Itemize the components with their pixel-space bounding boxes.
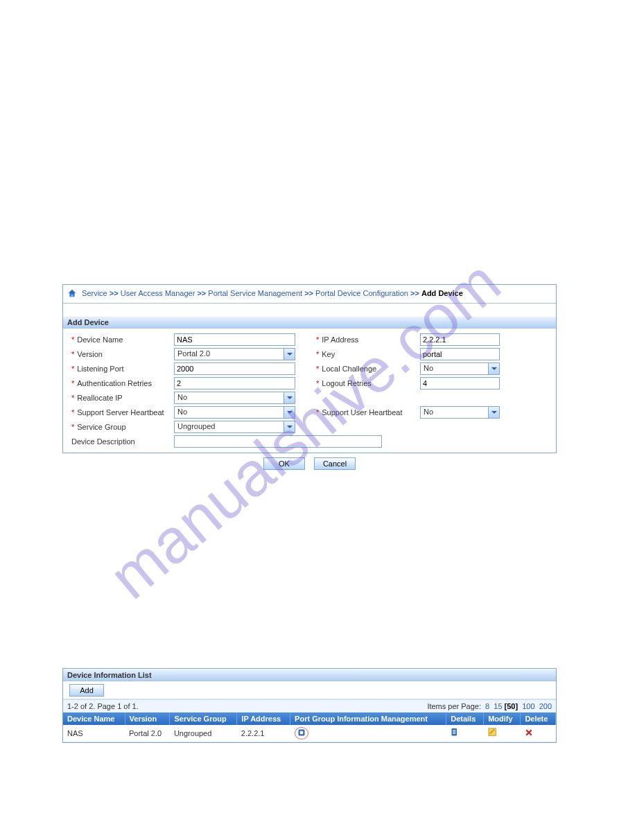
- cell-version: Portal 2.0: [125, 725, 170, 742]
- cancel-button[interactable]: Cancel: [314, 457, 356, 470]
- bc-active: Add Device: [421, 289, 463, 297]
- ipp-100[interactable]: 100: [522, 702, 534, 710]
- required-asterisk: *: [316, 408, 319, 417]
- cell-device-name: NAS: [63, 725, 125, 742]
- svg-rect-3: [453, 730, 456, 730]
- required-asterisk: *: [71, 379, 74, 387]
- lbl-service-group: Service Group: [77, 423, 125, 431]
- modify-icon[interactable]: [484, 725, 521, 742]
- bc-service[interactable]: Service: [82, 289, 107, 297]
- ipp-15[interactable]: 15: [494, 702, 502, 710]
- device-list-panel: Device Information List Add 1-2 of 2. Pa…: [62, 668, 557, 743]
- chevron-down-icon: [284, 392, 295, 403]
- bc-psm[interactable]: Portal Service Management: [208, 289, 302, 297]
- lbl-device-name: Device Name: [77, 335, 123, 344]
- listening-port-input[interactable]: [174, 362, 295, 375]
- delete-icon[interactable]: [521, 725, 556, 742]
- reallocate-ip-value: No: [175, 392, 284, 403]
- section-title: Add Device: [63, 316, 556, 329]
- form-body: *Device Name *IP Address *Version Portal…: [63, 329, 556, 453]
- required-asterisk: *: [71, 394, 74, 402]
- bc-sep: >>: [304, 289, 313, 297]
- lbl-logout-retries: Logout Retries: [322, 379, 372, 387]
- bc-uam[interactable]: User Access Manager: [121, 289, 195, 297]
- required-asterisk: *: [71, 408, 74, 417]
- button-bar: OK Cancel: [62, 453, 557, 474]
- service-group-select[interactable]: Ungrouped: [174, 421, 295, 433]
- required-asterisk: *: [316, 379, 319, 387]
- required-asterisk: *: [316, 335, 319, 344]
- ipp-200[interactable]: 200: [539, 702, 552, 710]
- pager-ipp-label: Items per Page:: [427, 702, 481, 710]
- lbl-version: Version: [77, 350, 103, 358]
- lbl-listening-port: Listening Port: [77, 365, 123, 373]
- cell-ip-address: 2.2.2.1: [237, 725, 290, 742]
- add-button[interactable]: Add: [69, 684, 104, 697]
- ipp-50: [50]: [505, 702, 518, 710]
- lbl-local-challenge: Local Challenge: [322, 365, 376, 373]
- device-table: Device Name Version Service Group IP Add…: [63, 712, 556, 742]
- support-server-hb-value: No: [175, 407, 284, 418]
- bc-pdc[interactable]: Portal Device Configuration: [315, 289, 408, 297]
- svg-rect-1: [299, 731, 303, 735]
- lbl-ip-address: IP Address: [322, 335, 358, 344]
- lbl-support-server-hb: Support Server Heartbeat: [77, 408, 164, 417]
- pager-range: 1-2 of 2. Page 1 of 1.: [67, 702, 427, 710]
- pager-bar: 1-2 of 2. Page 1 of 1. Items per Page: 8…: [63, 699, 556, 712]
- col-device-name[interactable]: Device Name: [63, 712, 125, 725]
- lbl-auth-retries: Authentication Retries: [77, 379, 152, 387]
- local-challenge-select[interactable]: No: [420, 362, 500, 375]
- key-input[interactable]: [420, 348, 500, 360]
- list-title: Device Information List: [63, 669, 556, 681]
- ok-button[interactable]: OK: [263, 457, 305, 470]
- reallocate-ip-select[interactable]: No: [174, 392, 295, 404]
- table-row: NAS Portal 2.0 Ungrouped 2.2.2.1: [63, 725, 556, 742]
- ipp-8[interactable]: 8: [485, 702, 489, 710]
- bc-sep: >>: [197, 289, 206, 297]
- lbl-reallocate-ip: Reallocate IP: [77, 394, 122, 402]
- home-icon: [67, 288, 77, 299]
- support-user-hb-value: No: [421, 407, 488, 418]
- lbl-device-description: Device Description: [71, 437, 135, 446]
- chevron-down-icon: [488, 363, 499, 374]
- breadcrumb: Service >> User Access Manager >> Portal…: [63, 285, 556, 304]
- version-select[interactable]: Portal 2.0: [174, 348, 295, 360]
- port-group-icon[interactable]: [295, 727, 308, 740]
- device-name-input[interactable]: [174, 333, 295, 346]
- chevron-down-icon: [284, 407, 295, 418]
- bc-sep: >>: [110, 289, 119, 297]
- required-asterisk: *: [316, 350, 319, 358]
- bc-sep: >>: [410, 289, 419, 297]
- required-asterisk: *: [71, 423, 74, 431]
- col-version[interactable]: Version: [125, 712, 170, 725]
- col-pgim[interactable]: Port Group Information Management: [290, 712, 446, 725]
- local-challenge-value: No: [421, 363, 488, 374]
- col-service-group[interactable]: Service Group: [170, 712, 237, 725]
- lbl-key: Key: [322, 350, 335, 358]
- col-modify[interactable]: Modify: [484, 712, 521, 725]
- add-device-panel: Service >> User Access Manager >> Portal…: [62, 284, 557, 453]
- chevron-down-icon: [284, 349, 295, 360]
- ip-address-input[interactable]: [420, 333, 500, 346]
- support-user-hb-select[interactable]: No: [420, 406, 500, 419]
- logout-retries-input[interactable]: [420, 377, 500, 390]
- required-asterisk: *: [71, 365, 74, 373]
- service-group-value: Ungrouped: [175, 421, 284, 432]
- cell-service-group: Ungrouped: [170, 725, 237, 742]
- svg-rect-5: [453, 733, 456, 734]
- required-asterisk: *: [71, 350, 74, 358]
- version-value: Portal 2.0: [175, 349, 284, 360]
- chevron-down-icon: [488, 407, 499, 418]
- device-description-input[interactable]: [174, 435, 382, 448]
- required-asterisk: *: [71, 335, 74, 344]
- lbl-support-user-hb: Support User Heartbeat: [322, 408, 402, 417]
- support-server-hb-select[interactable]: No: [174, 406, 295, 419]
- col-details[interactable]: Details: [446, 712, 484, 725]
- required-asterisk: *: [316, 365, 319, 373]
- details-icon[interactable]: [446, 725, 484, 742]
- svg-rect-4: [453, 732, 456, 733]
- auth-retries-input[interactable]: [174, 377, 295, 390]
- col-ip-address[interactable]: IP Address: [237, 712, 290, 725]
- col-delete[interactable]: Delete: [521, 712, 556, 725]
- chevron-down-icon: [284, 421, 295, 432]
